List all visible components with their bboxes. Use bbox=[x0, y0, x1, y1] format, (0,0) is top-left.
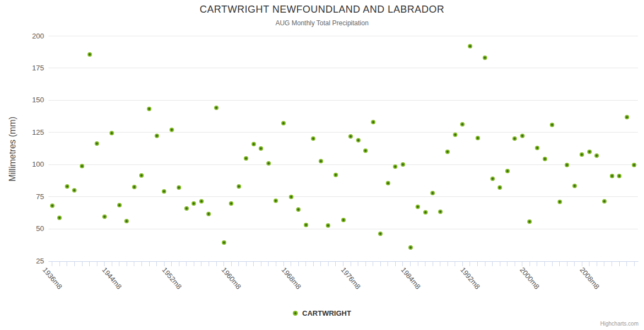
x-tick bbox=[89, 262, 90, 266]
data-point[interactable] bbox=[625, 115, 629, 119]
x-tick bbox=[574, 262, 575, 266]
data-point[interactable] bbox=[580, 152, 584, 157]
x-tick bbox=[261, 262, 261, 266]
data-point[interactable] bbox=[483, 56, 487, 60]
x-tick bbox=[231, 262, 232, 266]
data-point[interactable] bbox=[274, 199, 278, 203]
data-point[interactable] bbox=[237, 184, 241, 189]
credits-link[interactable]: Highcharts.com bbox=[601, 321, 638, 327]
data-point[interactable] bbox=[386, 181, 390, 185]
data-point[interactable] bbox=[95, 141, 99, 146]
data-point[interactable] bbox=[170, 128, 174, 132]
legend-item-cartwright[interactable]: CARTWRIGHT bbox=[0, 309, 644, 317]
x-tick-label: 1992m8 bbox=[459, 266, 482, 291]
data-point[interactable] bbox=[252, 142, 256, 146]
data-point[interactable] bbox=[632, 163, 636, 167]
y-tick-label: 200 bbox=[21, 32, 44, 41]
data-point[interactable] bbox=[408, 245, 413, 250]
data-point[interactable] bbox=[445, 150, 450, 154]
data-point[interactable] bbox=[319, 159, 323, 163]
data-point[interactable] bbox=[565, 163, 569, 167]
data-point[interactable] bbox=[378, 232, 383, 236]
data-point[interactable] bbox=[296, 207, 301, 212]
data-point[interactable] bbox=[535, 146, 539, 150]
y-gridline bbox=[48, 36, 638, 36]
data-point[interactable] bbox=[281, 121, 286, 125]
data-point[interactable] bbox=[594, 153, 599, 158]
data-point[interactable] bbox=[57, 216, 62, 220]
x-tick bbox=[141, 262, 142, 266]
data-point[interactable] bbox=[124, 219, 129, 223]
data-point[interactable] bbox=[199, 199, 204, 204]
data-point[interactable] bbox=[326, 223, 330, 228]
x-tick bbox=[283, 262, 284, 266]
data-point[interactable] bbox=[206, 212, 211, 216]
x-tick bbox=[253, 262, 254, 266]
x-tick bbox=[59, 262, 60, 266]
data-point[interactable] bbox=[543, 157, 547, 161]
data-point[interactable] bbox=[602, 199, 607, 204]
data-point[interactable] bbox=[266, 161, 271, 166]
x-tick bbox=[440, 262, 440, 266]
x-tick-label: 1984m8 bbox=[399, 266, 422, 291]
data-point[interactable] bbox=[371, 120, 375, 124]
data-point[interactable] bbox=[222, 240, 226, 245]
data-point[interactable] bbox=[572, 184, 577, 188]
data-point[interactable] bbox=[289, 195, 293, 199]
data-point[interactable] bbox=[50, 204, 54, 208]
data-point[interactable] bbox=[460, 122, 465, 127]
data-point[interactable] bbox=[416, 205, 420, 209]
x-tick bbox=[104, 262, 105, 266]
data-point[interactable] bbox=[453, 133, 457, 137]
data-point[interactable] bbox=[512, 136, 517, 141]
data-point[interactable] bbox=[229, 201, 233, 206]
data-point[interactable] bbox=[363, 148, 368, 153]
data-point[interactable] bbox=[162, 189, 166, 194]
data-point[interactable] bbox=[558, 200, 562, 204]
data-point[interactable] bbox=[72, 188, 77, 193]
data-point[interactable] bbox=[259, 146, 263, 151]
data-point[interactable] bbox=[490, 177, 495, 181]
data-point[interactable] bbox=[244, 156, 248, 161]
data-point[interactable] bbox=[65, 184, 69, 189]
x-tick bbox=[112, 262, 112, 266]
data-point[interactable] bbox=[430, 191, 435, 195]
data-point[interactable] bbox=[610, 174, 614, 178]
data-point[interactable] bbox=[102, 215, 107, 219]
data-point[interactable] bbox=[498, 185, 502, 190]
data-point[interactable] bbox=[304, 223, 308, 227]
data-point[interactable] bbox=[132, 185, 137, 189]
data-point[interactable] bbox=[155, 134, 159, 138]
data-point[interactable] bbox=[356, 138, 361, 142]
data-point[interactable] bbox=[505, 169, 510, 173]
data-point[interactable] bbox=[438, 210, 443, 214]
x-tick bbox=[410, 262, 411, 266]
x-tick bbox=[634, 262, 635, 266]
data-point[interactable] bbox=[192, 201, 196, 206]
data-point[interactable] bbox=[423, 210, 428, 215]
data-point[interactable] bbox=[617, 174, 621, 178]
data-point[interactable] bbox=[184, 206, 189, 211]
data-point[interactable] bbox=[393, 164, 397, 169]
data-point[interactable] bbox=[110, 131, 114, 135]
data-point[interactable] bbox=[177, 185, 181, 190]
data-point[interactable] bbox=[80, 164, 84, 168]
data-point[interactable] bbox=[476, 136, 480, 140]
data-point[interactable] bbox=[341, 218, 346, 222]
data-point[interactable] bbox=[88, 52, 92, 57]
data-point[interactable] bbox=[147, 107, 151, 111]
data-point[interactable] bbox=[348, 134, 353, 139]
data-point[interactable] bbox=[527, 219, 532, 224]
data-point[interactable] bbox=[520, 134, 525, 138]
data-point[interactable] bbox=[139, 173, 144, 178]
data-point[interactable] bbox=[587, 150, 592, 154]
data-point[interactable] bbox=[468, 44, 472, 48]
data-point[interactable] bbox=[117, 203, 122, 207]
data-point[interactable] bbox=[550, 123, 554, 127]
x-tick bbox=[470, 262, 470, 266]
data-point[interactable] bbox=[334, 173, 338, 177]
data-point[interactable] bbox=[214, 106, 219, 110]
data-point[interactable] bbox=[401, 162, 405, 167]
data-point[interactable] bbox=[311, 136, 315, 141]
x-tick bbox=[477, 262, 478, 266]
